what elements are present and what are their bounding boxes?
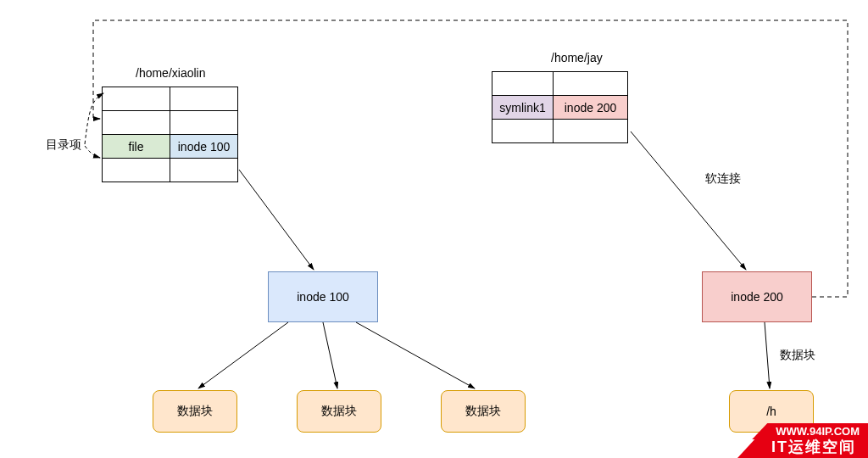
table-row: symlink1 inode 200 <box>492 96 628 120</box>
inode-100-box: inode 100 <box>268 271 378 322</box>
dir-entry-label: 目录项 <box>46 137 81 153</box>
table-row: file inode 100 <box>103 135 238 159</box>
svg-line-0 <box>239 170 314 270</box>
svg-line-2 <box>323 322 337 388</box>
right-datablock-label: 数据块 <box>780 348 815 363</box>
watermark: WWW.94IP.COM IT运维空间 <box>665 407 868 458</box>
left-dir-title: /home/xiaolin <box>136 66 206 80</box>
data-block: 数据块 <box>297 390 381 433</box>
file-inode-cell: inode 100 <box>170 135 238 159</box>
file-name-cell: file <box>103 135 170 159</box>
table-row <box>103 87 238 111</box>
table-row <box>103 111 238 135</box>
svg-line-3 <box>356 322 475 388</box>
data-block: 数据块 <box>153 390 237 433</box>
svg-line-1 <box>198 322 288 388</box>
table-row <box>103 159 238 182</box>
right-dir-title: /home/jay <box>551 51 603 64</box>
connectors <box>0 0 868 458</box>
svg-line-4 <box>631 131 746 270</box>
right-dir-table: symlink1 inode 200 <box>492 71 628 143</box>
inode-200-box: inode 200 <box>702 271 812 322</box>
table-row <box>492 72 628 96</box>
watermark-brand: IT运维空间 <box>737 436 868 458</box>
softlink-label: 软连接 <box>705 171 741 187</box>
svg-line-5 <box>765 322 770 388</box>
symlink-inode-cell: inode 200 <box>554 96 628 120</box>
table-row <box>492 120 628 143</box>
data-block: 数据块 <box>441 390 526 433</box>
symlink-name-cell: symlink1 <box>492 96 554 120</box>
left-dir-table: file inode 100 <box>102 87 238 182</box>
